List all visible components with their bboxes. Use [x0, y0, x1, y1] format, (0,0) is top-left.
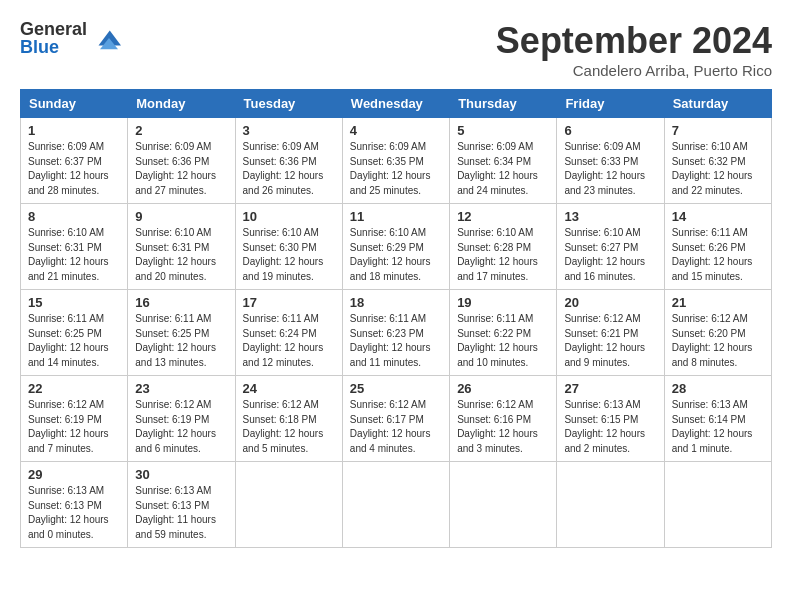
table-row: 14 Sunrise: 6:11 AM Sunset: 6:26 PM Dayl…: [664, 204, 771, 290]
table-row: 15 Sunrise: 6:11 AM Sunset: 6:25 PM Dayl…: [21, 290, 128, 376]
day-number: 27: [564, 381, 656, 396]
table-row: 10 Sunrise: 6:10 AM Sunset: 6:30 PM Dayl…: [235, 204, 342, 290]
day-info: Sunrise: 6:09 AM Sunset: 6:36 PM Dayligh…: [243, 140, 335, 198]
table-row: 4 Sunrise: 6:09 AM Sunset: 6:35 PM Dayli…: [342, 118, 449, 204]
day-number: 29: [28, 467, 120, 482]
day-info: Sunrise: 6:13 AM Sunset: 6:13 PM Dayligh…: [28, 484, 120, 542]
table-row: 13 Sunrise: 6:10 AM Sunset: 6:27 PM Dayl…: [557, 204, 664, 290]
calendar-week-row: 29 Sunrise: 6:13 AM Sunset: 6:13 PM Dayl…: [21, 462, 772, 548]
day-number: 21: [672, 295, 764, 310]
table-row: 18 Sunrise: 6:11 AM Sunset: 6:23 PM Dayl…: [342, 290, 449, 376]
day-number: 30: [135, 467, 227, 482]
day-info: Sunrise: 6:13 AM Sunset: 6:15 PM Dayligh…: [564, 398, 656, 456]
table-row: 17 Sunrise: 6:11 AM Sunset: 6:24 PM Dayl…: [235, 290, 342, 376]
day-number: 8: [28, 209, 120, 224]
day-info: Sunrise: 6:11 AM Sunset: 6:24 PM Dayligh…: [243, 312, 335, 370]
table-row: 9 Sunrise: 6:10 AM Sunset: 6:31 PM Dayli…: [128, 204, 235, 290]
day-number: 20: [564, 295, 656, 310]
col-thursday: Thursday: [450, 90, 557, 118]
day-number: 7: [672, 123, 764, 138]
table-row: 22 Sunrise: 6:12 AM Sunset: 6:19 PM Dayl…: [21, 376, 128, 462]
title-area: September 2024 Candelero Arriba, Puerto …: [496, 20, 772, 79]
day-number: 4: [350, 123, 442, 138]
calendar-week-row: 22 Sunrise: 6:12 AM Sunset: 6:19 PM Dayl…: [21, 376, 772, 462]
table-row: 23 Sunrise: 6:12 AM Sunset: 6:19 PM Dayl…: [128, 376, 235, 462]
day-info: Sunrise: 6:09 AM Sunset: 6:33 PM Dayligh…: [564, 140, 656, 198]
calendar-week-row: 1 Sunrise: 6:09 AM Sunset: 6:37 PM Dayli…: [21, 118, 772, 204]
table-row: 7 Sunrise: 6:10 AM Sunset: 6:32 PM Dayli…: [664, 118, 771, 204]
table-row: 3 Sunrise: 6:09 AM Sunset: 6:36 PM Dayli…: [235, 118, 342, 204]
day-info: Sunrise: 6:12 AM Sunset: 6:18 PM Dayligh…: [243, 398, 335, 456]
day-number: 6: [564, 123, 656, 138]
table-row: [235, 462, 342, 548]
day-number: 3: [243, 123, 335, 138]
col-tuesday: Tuesday: [235, 90, 342, 118]
day-info: Sunrise: 6:10 AM Sunset: 6:30 PM Dayligh…: [243, 226, 335, 284]
calendar-week-row: 8 Sunrise: 6:10 AM Sunset: 6:31 PM Dayli…: [21, 204, 772, 290]
calendar-week-row: 15 Sunrise: 6:11 AM Sunset: 6:25 PM Dayl…: [21, 290, 772, 376]
day-info: Sunrise: 6:09 AM Sunset: 6:35 PM Dayligh…: [350, 140, 442, 198]
day-info: Sunrise: 6:12 AM Sunset: 6:20 PM Dayligh…: [672, 312, 764, 370]
col-saturday: Saturday: [664, 90, 771, 118]
day-info: Sunrise: 6:11 AM Sunset: 6:23 PM Dayligh…: [350, 312, 442, 370]
day-number: 22: [28, 381, 120, 396]
table-row: 1 Sunrise: 6:09 AM Sunset: 6:37 PM Dayli…: [21, 118, 128, 204]
month-title: September 2024: [496, 20, 772, 62]
header: General Blue September 2024 Candelero Ar…: [20, 20, 772, 79]
table-row: 27 Sunrise: 6:13 AM Sunset: 6:15 PM Dayl…: [557, 376, 664, 462]
table-row: 6 Sunrise: 6:09 AM Sunset: 6:33 PM Dayli…: [557, 118, 664, 204]
table-row: [450, 462, 557, 548]
col-monday: Monday: [128, 90, 235, 118]
day-info: Sunrise: 6:12 AM Sunset: 6:16 PM Dayligh…: [457, 398, 549, 456]
table-row: 12 Sunrise: 6:10 AM Sunset: 6:28 PM Dayl…: [450, 204, 557, 290]
day-info: Sunrise: 6:12 AM Sunset: 6:19 PM Dayligh…: [135, 398, 227, 456]
day-info: Sunrise: 6:09 AM Sunset: 6:34 PM Dayligh…: [457, 140, 549, 198]
day-number: 16: [135, 295, 227, 310]
table-row: 21 Sunrise: 6:12 AM Sunset: 6:20 PM Dayl…: [664, 290, 771, 376]
table-row: 2 Sunrise: 6:09 AM Sunset: 6:36 PM Dayli…: [128, 118, 235, 204]
day-number: 10: [243, 209, 335, 224]
day-info: Sunrise: 6:10 AM Sunset: 6:28 PM Dayligh…: [457, 226, 549, 284]
day-info: Sunrise: 6:12 AM Sunset: 6:19 PM Dayligh…: [28, 398, 120, 456]
day-number: 2: [135, 123, 227, 138]
day-info: Sunrise: 6:10 AM Sunset: 6:29 PM Dayligh…: [350, 226, 442, 284]
day-number: 19: [457, 295, 549, 310]
day-info: Sunrise: 6:12 AM Sunset: 6:17 PM Dayligh…: [350, 398, 442, 456]
table-row: 28 Sunrise: 6:13 AM Sunset: 6:14 PM Dayl…: [664, 376, 771, 462]
table-row: 25 Sunrise: 6:12 AM Sunset: 6:17 PM Dayl…: [342, 376, 449, 462]
day-info: Sunrise: 6:11 AM Sunset: 6:22 PM Dayligh…: [457, 312, 549, 370]
day-number: 23: [135, 381, 227, 396]
day-info: Sunrise: 6:10 AM Sunset: 6:27 PM Dayligh…: [564, 226, 656, 284]
table-row: 26 Sunrise: 6:12 AM Sunset: 6:16 PM Dayl…: [450, 376, 557, 462]
day-number: 28: [672, 381, 764, 396]
day-info: Sunrise: 6:12 AM Sunset: 6:21 PM Dayligh…: [564, 312, 656, 370]
day-number: 13: [564, 209, 656, 224]
day-info: Sunrise: 6:10 AM Sunset: 6:31 PM Dayligh…: [28, 226, 120, 284]
day-info: Sunrise: 6:10 AM Sunset: 6:31 PM Dayligh…: [135, 226, 227, 284]
day-number: 5: [457, 123, 549, 138]
day-number: 26: [457, 381, 549, 396]
day-number: 12: [457, 209, 549, 224]
calendar-table: Sunday Monday Tuesday Wednesday Thursday…: [20, 89, 772, 548]
table-row: 29 Sunrise: 6:13 AM Sunset: 6:13 PM Dayl…: [21, 462, 128, 548]
col-sunday: Sunday: [21, 90, 128, 118]
day-number: 9: [135, 209, 227, 224]
table-row: [664, 462, 771, 548]
table-row: 16 Sunrise: 6:11 AM Sunset: 6:25 PM Dayl…: [128, 290, 235, 376]
calendar-header-row: Sunday Monday Tuesday Wednesday Thursday…: [21, 90, 772, 118]
logo: General Blue: [20, 20, 121, 56]
table-row: 30 Sunrise: 6:13 AM Sunset: 6:13 PM Dayl…: [128, 462, 235, 548]
day-number: 15: [28, 295, 120, 310]
table-row: 24 Sunrise: 6:12 AM Sunset: 6:18 PM Dayl…: [235, 376, 342, 462]
day-number: 17: [243, 295, 335, 310]
day-number: 11: [350, 209, 442, 224]
col-friday: Friday: [557, 90, 664, 118]
day-number: 14: [672, 209, 764, 224]
col-wednesday: Wednesday: [342, 90, 449, 118]
day-info: Sunrise: 6:10 AM Sunset: 6:32 PM Dayligh…: [672, 140, 764, 198]
day-info: Sunrise: 6:13 AM Sunset: 6:13 PM Dayligh…: [135, 484, 227, 542]
day-info: Sunrise: 6:13 AM Sunset: 6:14 PM Dayligh…: [672, 398, 764, 456]
logo-blue: Blue: [20, 38, 87, 56]
table-row: 20 Sunrise: 6:12 AM Sunset: 6:21 PM Dayl…: [557, 290, 664, 376]
day-info: Sunrise: 6:11 AM Sunset: 6:25 PM Dayligh…: [28, 312, 120, 370]
